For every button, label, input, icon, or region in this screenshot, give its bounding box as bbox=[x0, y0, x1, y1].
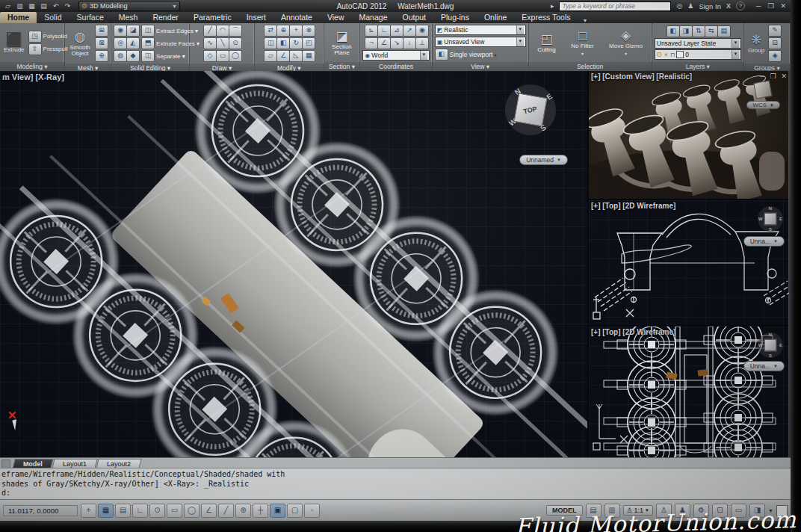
panel-label-modeling[interactable]: Modeling ▾ bbox=[0, 62, 64, 71]
search-expand-icon[interactable]: ▸ bbox=[551, 2, 554, 10]
drafting-toggle-14-icon[interactable]: ▫ bbox=[304, 504, 320, 518]
panel-label-groups[interactable]: Groups ▾ bbox=[744, 64, 790, 71]
section-plane-button[interactable]: ◪ Section Plane bbox=[327, 29, 358, 57]
view-cube-3d[interactable] bbox=[753, 80, 772, 99]
workspace-dropdown[interactable]: ⚙ 3D Modeling ▼ bbox=[78, 1, 180, 11]
no-filter-button[interactable]: ◻ No Filter ▾ bbox=[569, 28, 595, 58]
modify-tool-7-icon[interactable]: ↻ bbox=[289, 37, 303, 49]
qat-tool-5-icon[interactable]: ↶ bbox=[51, 1, 61, 10]
boolean-tool-6-icon[interactable]: ◆ bbox=[126, 50, 140, 62]
layer-state-combo[interactable]: Unsaved Layer State ▼ bbox=[655, 38, 741, 49]
view-tag-rb[interactable]: Unna... ▼ bbox=[743, 361, 785, 371]
group-tool-1-icon[interactable]: ✎ bbox=[768, 25, 782, 37]
ribbon-tab-output[interactable]: Output bbox=[395, 12, 433, 23]
command-line-text-3[interactable]: d: bbox=[1, 489, 791, 498]
polysolid-button[interactable]: ◳ Polysolid bbox=[28, 31, 68, 43]
viewport-rt-label[interactable]: [+] [Custom View] [Realistic] bbox=[591, 72, 692, 81]
draw-tool-1-icon[interactable]: ╱ bbox=[203, 25, 217, 37]
modify-tool-5-icon[interactable]: ◫ bbox=[264, 37, 277, 49]
panel-label-draw[interactable]: Draw ▾ bbox=[190, 64, 254, 71]
modify-tool-2-icon[interactable]: ⊕ bbox=[276, 25, 290, 37]
draw-tool-2-icon[interactable]: ◠ bbox=[216, 25, 229, 37]
panel-label-selection[interactable]: Selection bbox=[529, 62, 652, 71]
qat-tool-3-icon[interactable]: ▦ bbox=[27, 1, 37, 10]
qat-tool-4-icon[interactable]: ▤ bbox=[39, 1, 49, 10]
move-gizmo-button[interactable]: ◈ Move Gizmo ▾ bbox=[607, 28, 644, 58]
ribbon-tab-express-tools[interactable]: Express Tools bbox=[514, 12, 578, 23]
draw-tool-5-icon[interactable]: ╲ bbox=[216, 37, 229, 49]
viewport-rb-label[interactable]: [+] [Top] [2D Wireframe] bbox=[591, 328, 675, 336]
ribbon-tab-mesh[interactable]: Mesh bbox=[111, 12, 146, 23]
layer-tool-1-icon[interactable]: ◧ bbox=[667, 25, 680, 37]
modify-tool-12-icon[interactable]: ▦ bbox=[302, 50, 315, 62]
mini-view-cube-2[interactable]: NS EW bbox=[758, 332, 783, 358]
modify-tool-6-icon[interactable]: ◧ bbox=[276, 37, 290, 49]
exchange-apps-icon[interactable]: X bbox=[726, 2, 731, 10]
drafting-toggle-2-icon[interactable]: ▦ bbox=[98, 504, 114, 518]
view-tag-rm[interactable]: Unna... ▼ bbox=[743, 236, 785, 247]
modify-tool-4-icon[interactable]: ⊗ bbox=[302, 25, 315, 37]
draw-tool-6-icon[interactable]: ⊙ bbox=[229, 37, 242, 49]
restore-button[interactable]: ❒ bbox=[767, 2, 773, 10]
modify-tool-3-icon[interactable]: + bbox=[289, 25, 303, 37]
panel-label-mesh[interactable]: Mesh ▾ bbox=[65, 64, 111, 71]
ribbon-tab-surface[interactable]: Surface bbox=[69, 12, 111, 23]
group-tool-3-icon[interactable]: ◈ bbox=[768, 50, 782, 62]
presspull-button[interactable]: ⇧ Presspull bbox=[28, 43, 68, 55]
ribbon-tab-online[interactable]: Online bbox=[477, 12, 514, 23]
close-button[interactable]: ✕ bbox=[780, 2, 786, 10]
command-line[interactable]: eframe/Wireframe/Hidden/Realistic/Concep… bbox=[0, 468, 791, 499]
ribbon-tab-parametric[interactable]: Parametric bbox=[186, 12, 239, 23]
help-search-input[interactable] bbox=[559, 1, 671, 11]
vp-minimize-button[interactable]: ─ bbox=[760, 72, 764, 80]
drafting-toggle-7-icon[interactable]: ◯ bbox=[184, 504, 200, 518]
viewport-config-button[interactable]: ◧ Single viewport ▾ bbox=[435, 49, 526, 61]
drafting-toggle-13-icon[interactable]: ▢ bbox=[287, 504, 303, 518]
ucs-combo[interactable]: ◉ World ▼ bbox=[362, 50, 429, 61]
viewport-top-wireframe-1[interactable]: [+] [Top] [2D Wireframe] NS EW Unna... ▼ bbox=[589, 200, 791, 325]
boolean-tool-5-icon[interactable]: ◍ bbox=[114, 50, 127, 62]
ucs-tool-6-icon[interactable]: ¬ bbox=[365, 37, 378, 49]
mini-view-cube-1[interactable]: NS EW bbox=[758, 206, 783, 232]
vp-restore-button[interactable]: ❒ bbox=[770, 72, 776, 80]
drafting-toggle-9-icon[interactable]: ╱ bbox=[218, 504, 234, 518]
panel-label-section[interactable]: Section ▾ bbox=[324, 62, 360, 71]
ribbon-tab-solid[interactable]: Solid bbox=[37, 12, 69, 23]
drafting-toggle-6-icon[interactable]: ▭ bbox=[167, 504, 182, 518]
modify-tool-1-icon[interactable]: ⇄ bbox=[264, 25, 277, 37]
draw-tool-7-icon[interactable]: ◇ bbox=[203, 50, 217, 62]
ucs-tool-3-icon[interactable]: ⊿ bbox=[390, 25, 403, 37]
ucs-tool-4-icon[interactable]: ↗ bbox=[403, 25, 416, 37]
visual-style-combo[interactable]: ◩ Realistic ▼ bbox=[435, 25, 526, 35]
drafting-toggle-4-icon[interactable]: ∟ bbox=[132, 504, 148, 518]
group-button[interactable]: ❋ Group bbox=[746, 33, 766, 55]
main-view-tag[interactable]: Unnamed ▼ bbox=[519, 155, 568, 165]
ucs-tool-7-icon[interactable]: ∠ bbox=[377, 37, 391, 49]
viewport-custom-realistic[interactable]: [+] [Custom View] [Realistic] ─ ❒ ✕ WCS … bbox=[589, 71, 791, 199]
ucs-tool-1-icon[interactable]: ⊾ bbox=[365, 25, 378, 37]
mesh-tool-1-icon[interactable]: ⊞ bbox=[95, 25, 108, 37]
view-cube-top-face[interactable]: TOP bbox=[513, 93, 547, 126]
help-icon[interactable]: ? bbox=[736, 1, 745, 10]
draw-tool-4-icon[interactable]: ∿ bbox=[203, 37, 217, 49]
named-view-combo[interactable]: ▣ Unsaved View ▼ bbox=[435, 37, 526, 47]
panel-label-layers[interactable]: Layers ▾ bbox=[652, 62, 743, 71]
culling-button[interactable]: ◰ Culling bbox=[536, 32, 557, 54]
modify-tool-8-icon[interactable]: ◰ bbox=[302, 37, 315, 49]
layer-tool-3-icon[interactable]: ⇅ bbox=[692, 25, 705, 37]
layer-tool-2-icon[interactable]: ◨ bbox=[679, 25, 693, 37]
qat-tool-6-icon[interactable]: ↷ bbox=[63, 1, 72, 10]
ribbon-tab-annotate[interactable]: Annotate bbox=[273, 12, 320, 23]
viewport-rm-label[interactable]: [+] [Top] [2D Wireframe] bbox=[591, 202, 675, 210]
draw-tool-3-icon[interactable]: ⌒ bbox=[229, 25, 242, 37]
drafting-toggle-10-icon[interactable]: ⊕ bbox=[235, 504, 251, 518]
modify-tool-10-icon[interactable]: ∠ bbox=[276, 50, 290, 62]
mesh-tool-2-icon[interactable]: ⊠ bbox=[95, 37, 108, 49]
sign-in-link[interactable]: Sign In bbox=[699, 2, 721, 10]
ribbon-tab-insert[interactable]: Insert bbox=[239, 12, 273, 23]
ucs-tool-9-icon[interactable]: ↓ bbox=[403, 37, 416, 49]
boolean-tool-1-icon[interactable]: ◉ bbox=[114, 25, 127, 37]
layer-tool-5-icon[interactable]: ▤ bbox=[717, 25, 731, 37]
mesh-tool-3-icon[interactable]: ⊕ bbox=[95, 50, 108, 62]
layer-combo[interactable]: ʘ ☀ ⊓ 0 ▼ bbox=[655, 49, 741, 60]
